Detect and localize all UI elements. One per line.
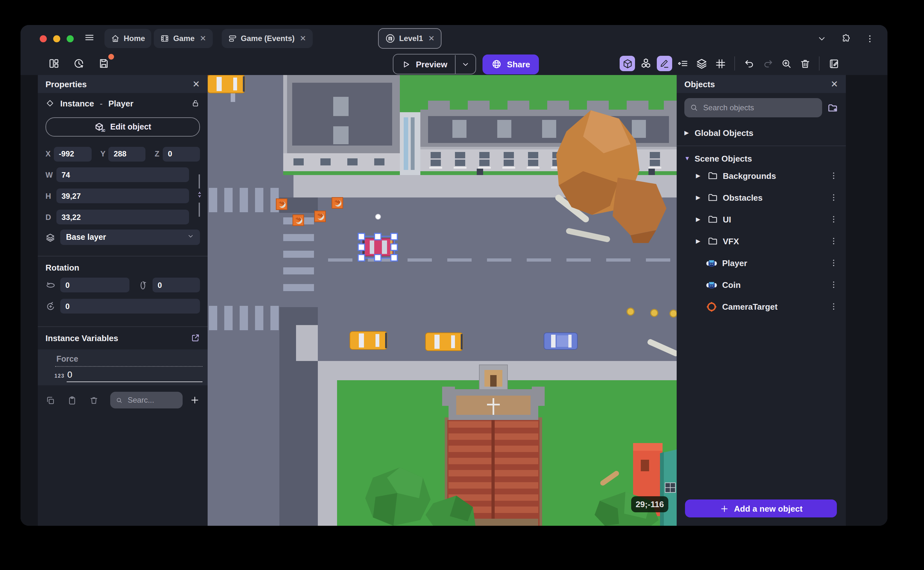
object-folder-backgrounds[interactable]: ▶ Backgrounds [677, 165, 846, 187]
minimize-window-button[interactable] [53, 35, 60, 42]
zoom-button[interactable] [779, 56, 794, 71]
new-folder-icon[interactable] [827, 102, 838, 113]
grid-button[interactable] [713, 56, 728, 71]
cursor-coordinates-badge: 29;-116 [631, 496, 668, 512]
height-row: H [46, 188, 200, 203]
main-menu-button[interactable] [84, 32, 95, 45]
group-global-objects[interactable]: ▶ Global Objects [677, 125, 846, 140]
variables-search [110, 392, 183, 408]
view-3d-button[interactable] [620, 56, 635, 71]
paste-icon[interactable] [67, 395, 77, 405]
instances-list-button[interactable] [675, 56, 691, 71]
group-scene-objects[interactable]: ▼ Scene Objects [677, 151, 846, 166]
tab-home[interactable]: Home [104, 29, 151, 48]
browser-menu-kebab-icon[interactable] [865, 34, 875, 43]
external-link-icon[interactable] [191, 333, 200, 342]
kebab-menu-icon[interactable] [829, 302, 838, 311]
kebab-menu-icon[interactable] [829, 215, 838, 224]
sprite-monkey-icon [706, 257, 717, 268]
link-dimensions-control[interactable] [195, 175, 204, 217]
rotation-y-input[interactable] [153, 277, 200, 293]
close-tab-icon[interactable]: ✕ [200, 35, 206, 42]
object-label: Player [722, 258, 747, 268]
close-tab-icon[interactable]: ✕ [428, 35, 434, 42]
rotation-z-input[interactable] [60, 299, 200, 314]
kebab-menu-icon[interactable] [829, 171, 838, 180]
kebab-menu-icon[interactable] [829, 237, 838, 245]
share-button[interactable]: Share [483, 54, 539, 74]
object-folder-ui[interactable]: ▶ UI [677, 208, 846, 230]
preview-options-button[interactable] [455, 60, 475, 68]
rotation-x-input[interactable] [60, 277, 130, 293]
chevron-down-icon: ▼ [684, 155, 692, 162]
variable-value[interactable]: 0 [67, 369, 72, 380]
y-label: Y [100, 149, 108, 158]
depth-input[interactable] [57, 210, 189, 224]
copy-icon[interactable] [46, 395, 55, 405]
scene-properties-button[interactable] [826, 56, 842, 71]
kebab-menu-icon[interactable] [829, 280, 838, 289]
width-row: W [46, 167, 200, 182]
d-label: D [46, 213, 57, 222]
preview-split-button: Preview [393, 54, 476, 74]
objects-panel-header: Objects ✕ [677, 75, 846, 93]
variable-row-force[interactable]: Force 123 0 [38, 349, 208, 385]
titlebar-right-controls [817, 33, 875, 44]
close-window-button[interactable] [40, 35, 47, 42]
object-item-camera-target[interactable]: CameraTarget [677, 296, 846, 317]
object-item-coin[interactable]: Coin [677, 274, 846, 296]
close-objects-icon[interactable]: ✕ [831, 79, 838, 89]
extensions-puzzle-icon[interactable] [841, 33, 851, 44]
redo-button[interactable] [760, 56, 775, 71]
close-tab-icon[interactable]: ✕ [300, 35, 306, 42]
add-variable-button[interactable] [190, 395, 200, 405]
layers-icon [696, 58, 707, 69]
history-button[interactable] [71, 56, 87, 71]
y-input[interactable] [108, 147, 146, 161]
objects-search-input[interactable] [702, 103, 816, 113]
cube-3d-icon [622, 58, 633, 69]
instance-name: Player [108, 98, 133, 108]
layer-select[interactable]: Base layer [60, 230, 200, 245]
object-folder-vfx[interactable]: ▶ VFX [677, 230, 846, 252]
z-input[interactable] [163, 147, 200, 161]
x-label: X [46, 149, 53, 158]
tab-game-events[interactable]: Game (Events) ✕ [222, 29, 313, 48]
x-input[interactable] [53, 147, 91, 161]
toolbar-right [620, 52, 842, 75]
edit-mode-button[interactable] [657, 56, 672, 71]
panels-layout-button[interactable] [46, 56, 61, 71]
trash-icon[interactable] [89, 395, 99, 405]
unlock-icon[interactable] [191, 99, 200, 108]
maximize-window-button[interactable] [67, 35, 74, 42]
chevron-right-icon: ▶ [684, 130, 692, 136]
save-floppy-icon [98, 58, 110, 69]
object-folder-obstacles[interactable]: ▶ Obstacles [677, 187, 846, 208]
object-stack-button[interactable] [638, 56, 654, 71]
blue-car[interactable] [544, 333, 577, 349]
object-label: VFX [723, 236, 739, 246]
yellow-car[interactable] [208, 75, 245, 93]
undo-button[interactable] [741, 56, 757, 71]
layers-button[interactable] [694, 56, 709, 71]
width-input[interactable] [57, 167, 189, 182]
preview-button[interactable]: Preview [393, 59, 455, 69]
delete-button[interactable] [797, 56, 813, 71]
add-object-label: Add a new object [734, 504, 803, 513]
edit-object-button[interactable]: 3D Edit object [46, 117, 200, 136]
scene-canvas[interactable]: 29;-116 [208, 75, 677, 526]
kebab-menu-icon[interactable] [829, 258, 838, 267]
window-controls [40, 35, 74, 42]
tab-game[interactable]: Game ✕ [154, 29, 213, 48]
pencil-icon [659, 58, 670, 69]
tab-level1[interactable]: Level1 ✕ [378, 28, 442, 49]
height-input[interactable] [57, 188, 189, 203]
add-new-object-button[interactable]: Add a new object [685, 500, 837, 518]
close-properties-icon[interactable]: ✕ [192, 79, 200, 89]
chevron-down-icon[interactable] [817, 34, 826, 43]
object-item-player[interactable]: Player [677, 252, 846, 274]
variables-search-input[interactable] [126, 395, 177, 405]
grid-hash-icon [715, 58, 726, 69]
kebab-menu-icon[interactable] [829, 193, 838, 202]
save-button[interactable] [96, 56, 111, 71]
